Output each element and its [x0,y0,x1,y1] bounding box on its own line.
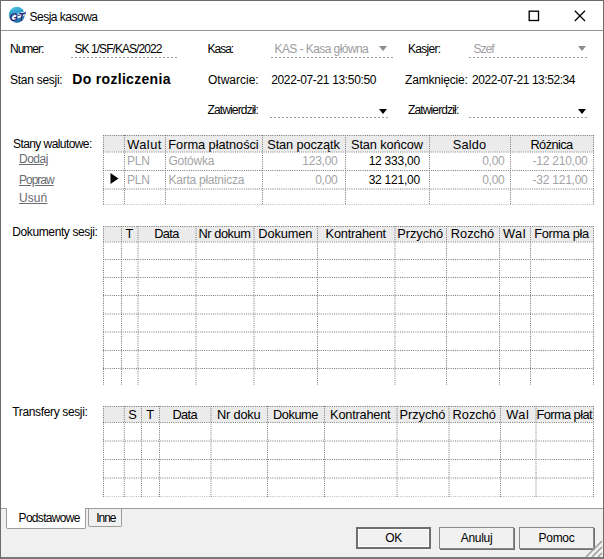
svg-text:GT: GT [10,11,26,23]
